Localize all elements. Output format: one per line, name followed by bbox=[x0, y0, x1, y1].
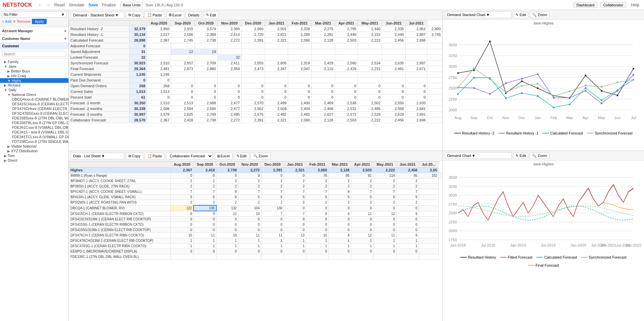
finalize-button[interactable]: Finalize bbox=[100, 2, 118, 8]
demand-linear-chart-dropdown[interactable]: Demand Chart ▼ bbox=[445, 152, 512, 159]
svg-text:May: May bbox=[598, 116, 605, 120]
collaborator-forecast-select[interactable]: Collaborator Forecast bbox=[166, 152, 213, 160]
demand-table-row[interactable]: Adjusted Forecast0 bbox=[69, 43, 442, 49]
paste-demand-button[interactable]: 📋 Paste bbox=[145, 11, 165, 18]
simulate-button[interactable]: Simulate bbox=[67, 2, 87, 8]
demand-table-row[interactable]: Collaborator Forecast28,5702,3672,4182,7… bbox=[69, 117, 442, 123]
svg-point-36 bbox=[616, 95, 618, 96]
dashboard-button[interactable]: Dashboard bbox=[574, 2, 598, 8]
tree-item-family[interactable]: ▶ Family bbox=[0, 59, 68, 64]
tree-item-fde338s[interactable]: FDE338Sxxx-8 (27IN DBL-DBL WALL bbox=[0, 116, 68, 120]
edit-data-button[interactable]: ✎ Edit bbox=[234, 153, 249, 160]
demand-table-row[interactable]: Locked Forecast3232 bbox=[69, 55, 442, 60]
data-list-row[interactable]: DFS415SG-1 (CERAN ELECTR RIBBON CKTO)000… bbox=[69, 222, 442, 227]
data-list-row[interactable]: DFSC476SG-1 (CERAN ELECTR RIBN COOKTO)11… bbox=[69, 244, 442, 249]
data-list-table: Aug-2020 Sep-2020 Oct-2020 Nov-2020 Dec-… bbox=[69, 161, 442, 260]
tree-item-richard[interactable]: ▶ Richard bbox=[0, 83, 68, 88]
tree-item-visible-national[interactable]: ▶ Visible National bbox=[0, 144, 68, 149]
data-list-row[interactable]: DFSC476CH/319W-1 (CERAN ELECT RIB COOKTO… bbox=[69, 238, 442, 244]
customer-name-header[interactable]: Customer Name + bbox=[2, 36, 66, 41]
demand-table-row[interactable]: Current Shipments1,2451,245 bbox=[69, 72, 442, 77]
demand-table-row[interactable]: Saved Adjustment311219 bbox=[69, 49, 442, 55]
excel-demand-button[interactable]: ⊞ Excel bbox=[166, 11, 184, 18]
svg-point-45 bbox=[569, 97, 571, 99]
demand-table-row[interactable]: Calculated Forecast28,8982,3672,7452,738… bbox=[69, 38, 442, 43]
demand-table-row[interactable]: Final Forecast29,3642,4812,8732,8802,359… bbox=[69, 66, 442, 72]
demand-table-row[interactable]: Resultant History -232,3792,8502,9153,57… bbox=[69, 26, 442, 32]
data-list-row[interactable]: BP384DT-1 (ACCY, COOKIE SHEET, 27IN)2222… bbox=[69, 178, 442, 184]
paste-data-button[interactable]: 📋 Paste bbox=[145, 153, 165, 160]
data-list-row[interactable]: BPSQWS-1 (ACCY, ROASTING PAN WITH)222222… bbox=[69, 200, 442, 206]
svg-text:Jul-2019: Jul-2019 bbox=[541, 243, 556, 247]
demand-table-row[interactable]: Forecast -1 month30,3502,5102,5132,6882,… bbox=[69, 100, 442, 106]
demand-table-row[interactable]: Forecast -2 months30,3392,5062,5042,6902… bbox=[69, 106, 442, 112]
data-list-row[interactable]: DFS415CH/319W-1 (CERAN ELECT RIB COOKTOP… bbox=[69, 217, 442, 222]
data-list-row[interactable]: FDE338C-1 (27IN DBL-DBL WALL OVEN BL) bbox=[69, 254, 442, 260]
data-list-row[interactable]: EENPD-1 (MICROWAVE/CABINET DISPLA)000000… bbox=[69, 249, 442, 254]
reset-button[interactable]: Reset bbox=[52, 2, 67, 8]
back-button[interactable]: ← bbox=[36, 2, 44, 8]
filter-dropdown[interactable]: No Filter ▼ bbox=[2, 11, 66, 17]
tree-item-dfsc476[interactable]: DFSC476SGxxx-8 (CERAN ELECTR RIB bbox=[0, 111, 68, 116]
demand-sheet-dropdown[interactable]: Demand - Stacked Sheet ▼ bbox=[71, 12, 124, 18]
copy-icon: ⧉ bbox=[128, 13, 131, 17]
edit-stacked-chart-button[interactable]: ✎ Edit bbox=[513, 12, 528, 18]
copy-demand-button[interactable]: ⧉ Copy bbox=[126, 11, 143, 18]
demand-table-row[interactable]: Resultant History -130,1342,5172,5062,36… bbox=[69, 32, 442, 38]
tree-item-tom[interactable]: ▶ Tom bbox=[0, 153, 68, 158]
tree-item-fde341tc[interactable]: FDE341TCLxxx-8 (VSMALL EP DBL-DBL bbox=[0, 135, 68, 139]
excel-icon: ⊞ bbox=[169, 13, 172, 17]
data-list-row[interactable]: DBCQ4-1 (CABINET BLOWER, RV)122136132104… bbox=[69, 205, 442, 211]
tree-item-hh-craig[interactable]: ▶ HH Craig bbox=[0, 73, 68, 78]
data-list-row[interactable]: 99999-1 (Ryan s Range)000000768681114951… bbox=[69, 173, 442, 178]
tree-item-better-buys[interactable]: ▶ Better Buys bbox=[0, 69, 68, 73]
tree-item-fdt238[interactable]: FDT238Cxxx-8 (27IN SINGLE WALL O bbox=[0, 139, 68, 144]
tree-item-direct[interactable]: ▶ Direct bbox=[0, 158, 68, 163]
excel-data-button[interactable]: ⊞ Excel bbox=[214, 153, 232, 160]
demand-table-row[interactable]: Past Due Demand00 bbox=[69, 77, 442, 83]
tree-item-fde341c[interactable]: FDE341Cxxx-8 (VSMALL DBL-DBL WA bbox=[0, 125, 68, 130]
top-half: Demand - Stacked Sheet ▼ ⧉ Copy 📋 Paste … bbox=[69, 10, 644, 151]
data-list-row[interactable]: DFS476CH-1 (CERAN ELECTR RIBN COOKTO)101… bbox=[69, 233, 442, 238]
demand-table-row[interactable]: Forecast -3 months30,9972,5782,6252,7492… bbox=[69, 112, 442, 117]
demand-table-row[interactable]: Open Demand Orders26826800000000000 bbox=[69, 83, 442, 89]
zoom-linear-chart-button[interactable]: 🔍 Zoom bbox=[530, 153, 549, 159]
tree-item-dfs476[interactable]: DFS476CHxxx (CERAN ELECTR RIBBON bbox=[0, 106, 68, 111]
add-filter-button[interactable]: + Add bbox=[2, 19, 11, 23]
tree-item-dfs415[interactable]: DFS415CHxxx-8 (CERAN ELECTR RIBB bbox=[0, 102, 68, 106]
forward-button[interactable]: → bbox=[44, 2, 52, 8]
copy-data-button[interactable]: ⧉ Copy bbox=[126, 153, 143, 160]
collaborator-button[interactable]: Collaborator bbox=[600, 2, 626, 8]
demand-table-row[interactable]: Percent Sold61000000000000 bbox=[69, 95, 442, 100]
edit-demand-button[interactable]: ✎ Edit bbox=[203, 11, 219, 18]
tree-item-jane[interactable]: ▼ Jane bbox=[0, 64, 68, 69]
details-demand-button[interactable]: Details bbox=[185, 12, 202, 18]
base-units-selector[interactable]: Base Units bbox=[120, 2, 143, 8]
svg-point-56 bbox=[553, 106, 554, 108]
search-input[interactable] bbox=[2, 51, 66, 57]
tree-item-highs[interactable]: ▼ Highs bbox=[0, 78, 68, 83]
data-list-row[interactable]: BP41SH-1 (ACCY, GLIDE, VSMALL RACK)55655… bbox=[69, 195, 442, 200]
data-list-row[interactable]: DFS415CH-1 (CERAN ELECTR RIBBON CKTO)891… bbox=[69, 211, 442, 217]
data-list-row[interactable]: DFS4155G/319W-1 (CERAN ELECT RIB COOKTOP… bbox=[69, 227, 442, 233]
tree-item-fde3415[interactable]: FDE3415 - test-8 (VSMALL DBL-DBL V bbox=[0, 130, 68, 135]
remove-filter-button[interactable]: ✕ Remove bbox=[13, 19, 31, 24]
zoom-stacked-chart-button[interactable]: 🔍 Zoom bbox=[530, 12, 549, 18]
tree-item-national-direct[interactable]: ▼ National Direct bbox=[0, 92, 68, 97]
data-list-dropdown[interactable]: Data - List Sheet ▼ bbox=[71, 153, 124, 159]
edit-linear-chart-button[interactable]: ✎ Edit bbox=[513, 153, 528, 159]
account-manager-header[interactable]: Account Manager + bbox=[2, 28, 66, 34]
apply-filter-button[interactable]: Apply bbox=[32, 19, 47, 24]
tree-item-fde338t[interactable]: FDE338TBLxxx-8 (27IN EP DBL-DBL bbox=[0, 120, 68, 125]
help-button[interactable]: Help bbox=[629, 2, 641, 8]
tree-item-sally[interactable]: ▼ Sally bbox=[0, 88, 68, 92]
tree-item-xyz-dist[interactable]: ▶ XYZ Distribution bbox=[0, 149, 68, 153]
data-list-row[interactable]: BP414DT-1 (ACCY, COOKIE SHEET, VSMALL)77… bbox=[69, 189, 442, 195]
demand-table-row[interactable]: Current Sales1,5131,51300000000000 bbox=[69, 89, 442, 95]
tree-item-dbcq4[interactable]: DBCQ4xxx-8 (CABINET BLOWER, RV) bbox=[0, 97, 68, 102]
data-list-row[interactable]: BP38SH-1 (ACCY, GLIDE, 27IN RACK)2222222… bbox=[69, 184, 442, 189]
save-button[interactable]: Save bbox=[87, 2, 100, 8]
zoom-data-button[interactable]: 🔍 Zoom bbox=[251, 153, 271, 160]
demand-stacked-chart-dropdown[interactable]: Demand Stacked Chart ▼ bbox=[445, 11, 512, 18]
demand-table-row[interactable]: Synchronized Forecast30,9232,5102,9572,7… bbox=[69, 60, 442, 66]
